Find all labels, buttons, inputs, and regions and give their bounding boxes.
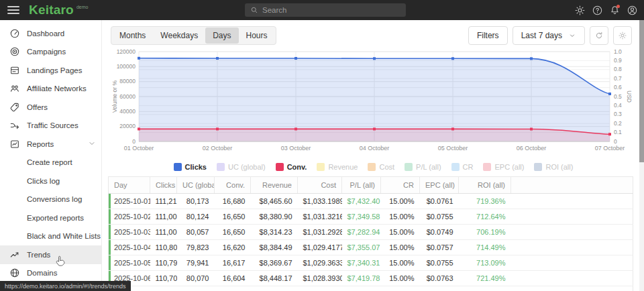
sidebar-item-campaigns[interactable]: Campaigns	[0, 43, 101, 62]
legend-item-uc-global[interactable]: UC (global)	[217, 163, 266, 171]
sidebar-item-create-report[interactable]: Create report	[0, 154, 101, 172]
sidebar-item-exported-reports[interactable]: Exported reports	[0, 209, 101, 227]
sidebar-item-label: Create report	[27, 158, 72, 166]
cell: $8,369.67	[251, 255, 298, 271]
legend-item-roi-all[interactable]: ROI (all)	[534, 163, 573, 171]
chevron-down-icon	[568, 32, 576, 40]
cell: $7,282.94	[342, 225, 381, 240]
cell: 16,620	[215, 240, 251, 255]
legend-item-revenue[interactable]: Revenue	[317, 163, 358, 171]
cell: $1,029.3633	[298, 255, 342, 271]
cell: $0.0763	[420, 271, 459, 286]
table-row: 2025-10-04110,8079,82316,620$8,384.49$1,…	[109, 240, 633, 255]
svg-text:0: 0	[132, 138, 136, 145]
search-box[interactable]	[245, 3, 406, 17]
legend-label: Cost	[379, 163, 394, 171]
trend-icon	[9, 249, 20, 260]
cell: $8,314.23	[251, 225, 298, 240]
legend-swatch	[217, 163, 225, 171]
sidebar-item-label: Reports	[27, 140, 54, 148]
settings-icon[interactable]	[574, 5, 586, 16]
col-header-cost: Cost	[298, 177, 342, 194]
cell: $0.0761	[420, 194, 459, 209]
svg-text:40000: 40000	[119, 108, 136, 115]
svg-text:0.9: 0.9	[614, 57, 622, 64]
help-icon[interactable]	[592, 5, 603, 16]
legend-item-cr[interactable]: CR	[451, 163, 474, 171]
cell: 110,80	[150, 240, 177, 255]
tag-icon	[9, 102, 20, 113]
account-icon[interactable]	[627, 5, 638, 16]
sidebar-item-domains[interactable]: Domains	[0, 264, 101, 283]
cell: $8,448.17	[251, 271, 298, 286]
sidebar-item-black-and-white-lists[interactable]: Black and White Lists	[0, 227, 101, 246]
target-icon	[9, 46, 20, 57]
table-row-partial: 2025-10-0763,6146,3529,617$4,852.33$595.…	[109, 286, 633, 291]
search-input[interactable]	[262, 6, 400, 14]
legend-item-cost[interactable]: Cost	[368, 163, 394, 171]
cell: 80,057	[177, 225, 215, 240]
svg-text:04 October: 04 October	[360, 145, 390, 152]
sidebar-item-trends[interactable]: Trends	[0, 245, 101, 264]
cell: 80,070	[177, 271, 215, 286]
sidebar-item-offers[interactable]: Offers	[0, 98, 101, 117]
col-header-revenue: Revenue	[251, 177, 298, 194]
tab-weekdays[interactable]: Weekdays	[153, 27, 205, 44]
sidebar-item-traffic-sources[interactable]: Traffic Sources	[0, 117, 101, 135]
cell: $8,384.49	[251, 240, 298, 255]
date-range-select[interactable]: Last 7 days	[513, 26, 585, 45]
legend-item-epc-all[interactable]: EPC (all)	[483, 163, 524, 171]
svg-text:120000: 120000	[117, 48, 136, 55]
legend-label: Clicks	[185, 163, 207, 171]
cell: $1,033.1989	[298, 194, 342, 209]
cell-day: 2025-10-01	[109, 194, 150, 209]
tab-days[interactable]: Days	[205, 27, 238, 44]
notification-dot	[616, 5, 620, 8]
svg-text:USD: USD	[626, 91, 633, 103]
cell: $0.0757	[420, 240, 459, 255]
cell: 16,650	[215, 209, 251, 225]
legend-label: Revenue	[328, 163, 358, 171]
tab-hours[interactable]: Hours	[239, 27, 275, 44]
cell-day: 2025-10-03	[109, 225, 150, 240]
legend-label: UC (global)	[228, 163, 266, 171]
topbar-icons	[574, 0, 638, 20]
sidebar-item-reports[interactable]: Reports	[0, 135, 101, 154]
trends-table: DayClicksUC (global)Conv.RevenueCostP/L …	[108, 176, 633, 291]
cell-day: 2025-10-05	[109, 255, 150, 271]
legend-label: Conv.	[287, 163, 307, 171]
chart-area: 02000040000600008000010000012000000.10.2…	[109, 48, 644, 159]
menu-toggle-button[interactable]	[7, 6, 19, 14]
notifications-icon[interactable]	[609, 5, 621, 16]
legend-item-p-l-all[interactable]: P/L (all)	[405, 163, 441, 171]
page-scrollbar[interactable]	[639, 20, 644, 291]
refresh-button[interactable]	[590, 26, 608, 45]
scrollbar-thumb[interactable]	[639, 20, 644, 162]
cell: 15.00%	[381, 240, 420, 255]
filters-button[interactable]: Filters	[468, 26, 508, 45]
svg-text:0.4: 0.4	[614, 102, 622, 109]
sidebar-item-label: Black and White Lists	[27, 232, 101, 240]
legend-item-conv[interactable]: Conv.	[276, 163, 307, 171]
app-logo[interactable]: Keitaro demo	[29, 1, 88, 19]
cell: 714.61%	[459, 286, 511, 291]
legend-label: ROI (all)	[545, 163, 573, 171]
tab-months[interactable]: Months	[112, 27, 153, 44]
svg-text:Volume or %: Volume or %	[111, 80, 118, 113]
legend-label: P/L (all)	[416, 163, 441, 171]
sidebar-item-clicks-log[interactable]: Clicks log	[0, 172, 101, 190]
sidebar-item-landings-pages[interactable]: Landings Pages	[0, 61, 101, 80]
sidebar-item-conversions-log[interactable]: Conversions log	[0, 190, 101, 209]
chart-settings-button[interactable]	[613, 26, 632, 45]
legend-item-clicks[interactable]: Clicks	[174, 163, 207, 171]
svg-text:0.1: 0.1	[614, 129, 622, 135]
svg-text:0.6: 0.6	[614, 84, 622, 91]
cell: 111,00	[150, 209, 177, 225]
cell: 80,173	[177, 194, 215, 209]
legend-swatch	[368, 163, 376, 171]
cell: 15.00%	[381, 271, 420, 286]
sidebar-item-dashboard[interactable]: Dashboard	[0, 24, 101, 43]
cell: 16,680	[215, 194, 251, 209]
legend-swatch	[405, 163, 413, 171]
sidebar-item-affiliate-networks[interactable]: Affiliate Networks	[0, 80, 101, 99]
